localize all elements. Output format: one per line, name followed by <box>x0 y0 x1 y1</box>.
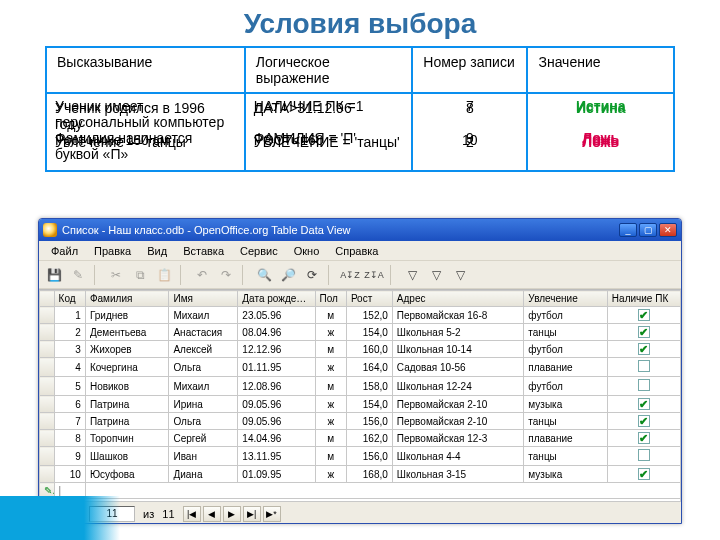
row-marker[interactable] <box>40 358 55 377</box>
cell-kod[interactable]: 7 <box>54 413 85 430</box>
maximize-button[interactable]: ▢ <box>639 223 657 237</box>
cell-date[interactable]: 08.04.96 <box>238 324 315 341</box>
row-marker[interactable] <box>40 413 55 430</box>
cell-fam[interactable]: Торопчин <box>85 430 169 447</box>
table-row[interactable]: 9ШашковИван13.11.95м156,0Школьная 4-4тан… <box>40 447 681 466</box>
cell-adr[interactable]: Школьная 3-15 <box>392 466 524 483</box>
nav-prev-icon[interactable]: ◀ <box>203 506 221 522</box>
cell-adr[interactable]: Школьная 12-24 <box>392 377 524 396</box>
cell-pc[interactable] <box>607 307 680 324</box>
cell-date[interactable]: 23.05.96 <box>238 307 315 324</box>
nav-next-icon[interactable]: ▶ <box>223 506 241 522</box>
save-icon[interactable]: 💾 <box>43 264 65 286</box>
cell-date[interactable]: 09.05.96 <box>238 396 315 413</box>
cell-date[interactable]: 14.04.96 <box>238 430 315 447</box>
table-row[interactable]: 1ГридневМихаил23.05.96м152,0Первомайская… <box>40 307 681 324</box>
row-marker[interactable] <box>40 377 55 396</box>
cell-uvl[interactable]: музыка <box>524 396 608 413</box>
row-marker[interactable] <box>40 307 55 324</box>
cell-rost[interactable]: 168,0 <box>346 466 392 483</box>
cell-kod[interactable]: 5 <box>54 377 85 396</box>
cell-date[interactable]: 12.08.96 <box>238 377 315 396</box>
cell-fam[interactable]: Дементьева <box>85 324 169 341</box>
row-marker[interactable] <box>40 447 55 466</box>
cell-rost[interactable]: 152,0 <box>346 307 392 324</box>
cell-rost[interactable]: 156,0 <box>346 413 392 430</box>
find-next-icon[interactable]: 🔎 <box>277 264 299 286</box>
cell-fam[interactable]: Патрина <box>85 396 169 413</box>
cell-kod[interactable]: 1 <box>54 307 85 324</box>
cell-fam[interactable]: Шашков <box>85 447 169 466</box>
table-row-editing[interactable]: ✎| <box>40 483 681 499</box>
table-row[interactable]: 2ДементьеваАнастасия08.04.96ж154,0Школьн… <box>40 324 681 341</box>
menu-insert[interactable]: Вставка <box>177 243 230 259</box>
checkbox-icon[interactable] <box>638 360 650 372</box>
cell-empty[interactable] <box>85 483 680 499</box>
col-imja[interactable]: Имя <box>169 291 238 307</box>
col-rost[interactable]: Рост <box>346 291 392 307</box>
cell-pc[interactable] <box>607 430 680 447</box>
menu-edit[interactable]: Правка <box>88 243 137 259</box>
data-grid[interactable]: Код Фамилия Имя Дата рождения Пол Рост А… <box>39 289 681 501</box>
cell-imja[interactable]: Алексей <box>169 341 238 358</box>
cell-pol[interactable]: м <box>315 377 346 396</box>
row-header-corner[interactable] <box>40 291 55 307</box>
cell-rost[interactable]: 158,0 <box>346 377 392 396</box>
col-fam[interactable]: Фамилия <box>85 291 169 307</box>
checkbox-icon[interactable] <box>638 398 650 410</box>
cell-rost[interactable]: 154,0 <box>346 396 392 413</box>
sort-asc-icon[interactable]: A↧Z <box>339 264 361 286</box>
cell-imja[interactable]: Михаил <box>169 307 238 324</box>
minimize-button[interactable]: _ <box>619 223 637 237</box>
cell-imja[interactable]: Иван <box>169 447 238 466</box>
autofilter-icon[interactable]: ▽ <box>401 264 423 286</box>
cell-kod[interactable]: 2 <box>54 324 85 341</box>
cell-imja[interactable]: Сергей <box>169 430 238 447</box>
cell-fam[interactable]: Гриднев <box>85 307 169 324</box>
col-adr[interactable]: Адрес <box>392 291 524 307</box>
cell-date[interactable]: 12.12.96 <box>238 341 315 358</box>
cell-empty[interactable] <box>54 499 680 502</box>
col-pc[interactable]: Наличие ПК <box>607 291 680 307</box>
col-uvl[interactable]: Увлечение <box>524 291 608 307</box>
table-row[interactable]: 6ПатринаИрина09.05.96ж154,0Первомайская … <box>40 396 681 413</box>
cell-pol[interactable]: м <box>315 341 346 358</box>
cell-adr[interactable]: Первомайская 16-8 <box>392 307 524 324</box>
cell-pol[interactable]: м <box>315 430 346 447</box>
cell-adr[interactable]: Первомайская 2-10 <box>392 413 524 430</box>
cell-adr[interactable]: Школьная 4-4 <box>392 447 524 466</box>
table-row[interactable]: 10ЮсуфоваДиана01.09.95ж168,0Школьная 3-1… <box>40 466 681 483</box>
checkbox-icon[interactable] <box>638 415 650 427</box>
cell-adr[interactable]: Садовая 10-56 <box>392 358 524 377</box>
sort-desc-icon[interactable]: Z↧A <box>363 264 385 286</box>
table-row[interactable]: 7ПатринаОльга09.05.96ж156,0Первомайская … <box>40 413 681 430</box>
cell-uvl[interactable]: музыка <box>524 466 608 483</box>
checkbox-icon[interactable] <box>638 343 650 355</box>
checkbox-icon[interactable] <box>638 449 650 461</box>
cell-uvl[interactable]: танцы <box>524 324 608 341</box>
checkbox-icon[interactable] <box>638 326 650 338</box>
remove-filter-icon[interactable]: ▽ <box>449 264 471 286</box>
cell-kod[interactable]: 9 <box>54 447 85 466</box>
cell-pc[interactable] <box>607 447 680 466</box>
cell-rost[interactable]: 160,0 <box>346 341 392 358</box>
cell-fam[interactable]: Кочергина <box>85 358 169 377</box>
cell-pol[interactable]: м <box>315 447 346 466</box>
cell-date[interactable]: 01.11.95 <box>238 358 315 377</box>
cell-date[interactable]: 01.09.95 <box>238 466 315 483</box>
cell-pol[interactable]: ж <box>315 396 346 413</box>
cell-pol[interactable]: ж <box>315 324 346 341</box>
cell-pc[interactable] <box>607 377 680 396</box>
checkbox-icon[interactable] <box>638 309 650 321</box>
nav-last-icon[interactable]: ▶| <box>243 506 261 522</box>
cell-pc[interactable] <box>607 466 680 483</box>
cell-fam[interactable]: Юсуфова <box>85 466 169 483</box>
titlebar[interactable]: Список - Наш класс.odb - OpenOffice.org … <box>39 219 681 241</box>
cell-rost[interactable]: 164,0 <box>346 358 392 377</box>
menu-tools[interactable]: Сервис <box>234 243 284 259</box>
cell-imja[interactable]: Михаил <box>169 377 238 396</box>
refresh-icon[interactable]: ⟳ <box>301 264 323 286</box>
row-marker[interactable] <box>40 466 55 483</box>
cell-pc[interactable] <box>607 396 680 413</box>
cell-adr[interactable]: Школьная 10-14 <box>392 341 524 358</box>
